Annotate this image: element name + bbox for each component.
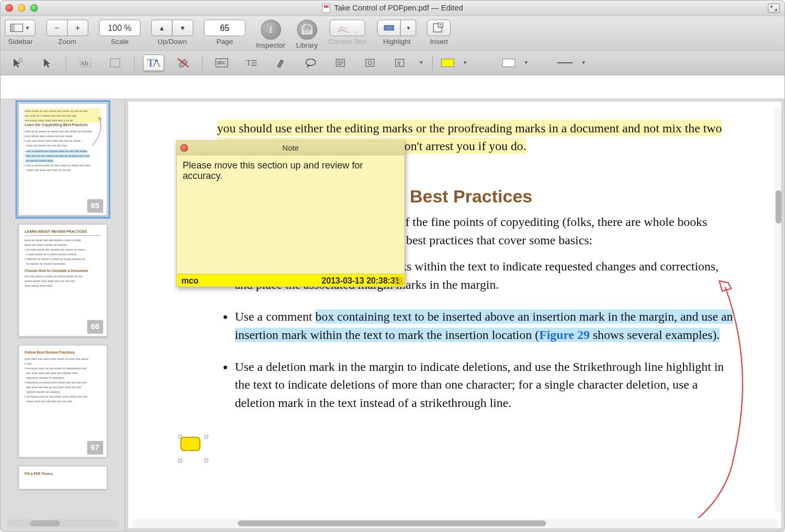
thumb-page-number: 65 xyxy=(87,199,103,213)
line-dropdown[interactable]: ▼ xyxy=(581,60,586,65)
svg-rect-24 xyxy=(366,59,374,66)
separator xyxy=(134,55,134,70)
correct-text-button: abc xyxy=(330,19,365,36)
minimize-window-button[interactable] xyxy=(18,4,26,12)
fill-dropdown[interactable]: ▼ xyxy=(523,60,529,65)
note-timestamp: 2013-03-13 20:38:31 xyxy=(322,276,400,285)
thumbnail-sidebar[interactable]: xxxx xxxxx xx xxx xxxxx xxx xxxxx xx xxx… xyxy=(1,98,125,531)
list-item: Use a comment box containing text to be … xyxy=(235,308,734,344)
svg-rect-3 xyxy=(385,26,394,30)
svg-rect-7 xyxy=(19,59,22,62)
window-title: Take Control of PDFpen.pdf — Edited xyxy=(322,3,463,13)
svg-text:+: + xyxy=(440,22,442,27)
insert-label: Insert xyxy=(430,37,448,46)
sidebar-toggle-button[interactable]: ▼ xyxy=(5,19,36,36)
notes-tool[interactable] xyxy=(330,54,351,71)
page-input[interactable] xyxy=(209,23,240,32)
library-label: Library xyxy=(296,41,318,49)
svg-text:#: # xyxy=(397,60,401,67)
edited-label: Edited xyxy=(441,4,463,13)
note-footer: mco 2013-03-13 20:38:31 xyxy=(177,274,405,286)
thumb-page-number: 66 xyxy=(87,320,103,334)
window-controls xyxy=(5,4,38,12)
library-button[interactable] xyxy=(297,19,317,40)
scale-field[interactable]: 100 % xyxy=(99,19,140,36)
svg-rect-10 xyxy=(110,59,120,67)
tools-dropdown[interactable]: ▼ xyxy=(419,60,424,65)
thumbnail-page-65[interactable]: xxxx xxxxx xx xxx xxxxx xxx xxxxx xx xxx… xyxy=(18,103,107,216)
highlight-label: Highlight xyxy=(383,37,411,46)
svg-point-19 xyxy=(306,59,316,65)
marker-tool[interactable] xyxy=(271,54,292,71)
select-rectangle-tool[interactable] xyxy=(104,54,126,71)
format-text-tool[interactable]: T xyxy=(241,54,262,71)
note-titlebar[interactable]: Note xyxy=(177,141,405,155)
separator xyxy=(66,55,66,70)
select-tool[interactable] xyxy=(36,54,58,71)
color-swatch[interactable] xyxy=(441,59,454,67)
page-label: Page xyxy=(216,37,233,46)
titlebar: Take Control of PDFpen.pdf — Edited xyxy=(1,1,784,16)
select-text-tool[interactable]: Ab xyxy=(75,54,96,71)
fullscreen-button[interactable] xyxy=(768,3,780,13)
figure-link[interactable]: Figure 29 xyxy=(539,327,590,342)
scale-label: Scale xyxy=(111,37,129,46)
zoom-out-button[interactable]: − xyxy=(46,19,68,36)
svg-text:T: T xyxy=(246,59,251,67)
highlight-menu-button[interactable]: ▼ xyxy=(400,19,417,36)
page-field[interactable] xyxy=(204,19,245,36)
note-close-button[interactable] xyxy=(180,144,188,152)
zoom-window-button[interactable] xyxy=(30,4,38,12)
ocr-tool[interactable]: abc xyxy=(211,54,232,71)
note-popup[interactable]: Note Please move this section up and rev… xyxy=(176,141,405,287)
tools-toolbar: Ab T abc T # ▼ ▼ ▼ ▼ xyxy=(1,51,784,75)
list-item: Use a deletion mark in the margin to ind… xyxy=(235,358,734,412)
scale-value: 100 % xyxy=(104,23,135,32)
comment-tool[interactable] xyxy=(300,54,321,71)
note-resize-handle[interactable] xyxy=(395,277,403,285)
svg-point-25 xyxy=(368,61,372,65)
filename-label: Take Control of PDFpen.pdf xyxy=(334,4,429,13)
svg-rect-1 xyxy=(10,24,15,32)
inspector-button[interactable]: i xyxy=(261,19,281,40)
highlight-button[interactable] xyxy=(377,19,401,36)
note-author: mco xyxy=(182,276,199,285)
fill-swatch[interactable] xyxy=(502,59,515,67)
separator xyxy=(202,55,203,70)
svg-text:abc: abc xyxy=(217,60,226,65)
svg-rect-11 xyxy=(155,60,158,61)
number-tool[interactable]: # xyxy=(389,54,410,71)
app-window: Take Control of PDFpen.pdf — Edited ▼ Si… xyxy=(0,0,785,531)
separator xyxy=(432,55,433,70)
svg-text:Ab: Ab xyxy=(80,60,88,67)
insert-button[interactable]: + xyxy=(427,19,451,36)
updown-label: Up/Down xyxy=(158,37,187,46)
comment-annotation[interactable] xyxy=(180,437,206,460)
line-style-sample[interactable] xyxy=(557,62,573,63)
document-icon xyxy=(322,3,330,13)
edit-select-tool[interactable] xyxy=(6,54,28,71)
highlight-text-tool[interactable]: T xyxy=(143,54,164,71)
close-window-button[interactable] xyxy=(5,4,13,12)
note-title-label: Note xyxy=(283,143,299,152)
sidebar-horizontal-scrollbar[interactable] xyxy=(6,519,119,528)
link-tool[interactable] xyxy=(360,54,381,71)
thumbnail-page-67[interactable]: Follow Best Review Practices xxxx xxxx x… xyxy=(18,345,107,457)
color-dropdown[interactable]: ▼ xyxy=(463,60,468,65)
sidebar-label: Sidebar xyxy=(8,37,33,46)
thumbnail-page-66[interactable]: LEARN ABOUT REVIEW PRACTICES xxxx xx xxx… xyxy=(18,224,107,336)
zoom-label: Zoom xyxy=(58,37,76,46)
page-up-button[interactable]: ▲ xyxy=(151,19,173,36)
main-toolbar: ▼ Sidebar − + Zoom 100 % Scale ▲ ▼ Up/Do… xyxy=(1,16,784,51)
zoom-in-button[interactable]: + xyxy=(67,19,88,36)
page-down-button[interactable]: ▼ xyxy=(172,19,193,36)
thumbnail-page-68[interactable]: Fill a PDF Forms xyxy=(18,466,107,490)
inspector-label: Inspector xyxy=(256,41,285,49)
vertical-scrollbar[interactable] xyxy=(775,107,783,513)
note-body[interactable]: Please move this section up and review f… xyxy=(177,155,405,274)
content-horizontal-scrollbar[interactable] xyxy=(131,519,778,528)
thumb-page-number: 67 xyxy=(87,441,103,455)
correct-text-label: Correct Text xyxy=(329,37,367,46)
eraser-tool[interactable] xyxy=(173,54,194,71)
comment-bubble-icon xyxy=(180,437,200,451)
